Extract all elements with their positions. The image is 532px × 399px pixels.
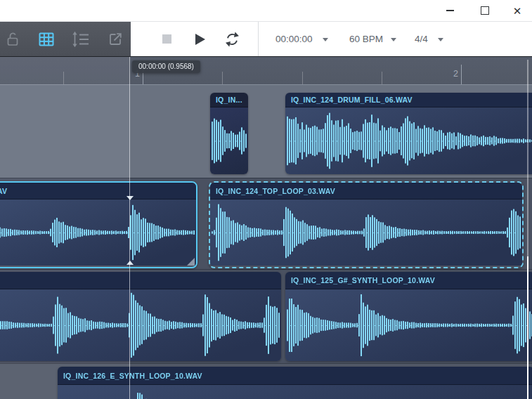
ruler-beat-tick xyxy=(302,72,303,84)
audio-clip[interactable] xyxy=(0,272,281,361)
playhead-cursor[interactable] xyxy=(129,57,130,399)
play-icon xyxy=(195,34,205,45)
clip-name-label: AV xyxy=(0,187,7,195)
row-height-icon xyxy=(72,31,90,48)
audio-clip[interactable]: IQ_INC_125_G#_SYNTH_LOOP_10.WAV xyxy=(285,272,532,361)
time-position-caret-icon[interactable] xyxy=(323,38,328,41)
clip-waveform-area xyxy=(0,200,196,266)
clip-name-label: IQ_INC_124_DRUM_FILL_06.WAV xyxy=(291,96,413,104)
time-position-display[interactable]: 00:00:00 xyxy=(275,22,313,56)
loop-icon xyxy=(223,30,241,48)
ruler-beat-tick xyxy=(382,72,382,84)
clip-resize-corner-handle[interactable] xyxy=(187,258,195,266)
bpm-caret-icon[interactable] xyxy=(391,38,396,41)
toolbar-left-section xyxy=(0,22,131,56)
toolbar-transport-section: 00:00:00 60 BPM 4/4 xyxy=(131,22,532,56)
toolbar: 00:00:00 60 BPM 4/4 xyxy=(0,21,532,58)
waveform-canvas xyxy=(285,289,532,361)
lock-open-icon xyxy=(4,30,21,48)
lock-open-button[interactable] xyxy=(3,22,22,56)
close-icon: ✕ xyxy=(513,6,522,16)
clip-stretch-handle-bottom[interactable] xyxy=(126,261,134,265)
clip-name-label: IQ_IN... xyxy=(216,96,242,104)
waveform-canvas xyxy=(210,107,248,174)
end-marker-line-bright[interactable] xyxy=(527,256,528,399)
minimize-button[interactable] xyxy=(437,0,462,21)
stop-button[interactable] xyxy=(160,22,174,56)
clip-waveform-area xyxy=(0,289,281,361)
audio-clip[interactable]: IQ_INC_124_TOP_LOOP_03.WAV xyxy=(209,181,524,268)
clip-name: IQ_INC_124_TOP_LOOP_03.WAV xyxy=(210,183,522,200)
clip-waveform-area xyxy=(210,107,248,174)
clip-name-label: IQ_INC_125_G#_SYNTH_LOOP_10.WAV xyxy=(291,276,435,284)
ruler-bar-tick xyxy=(461,65,462,84)
clip-name-label: IQ_INC_126_E_SYNTH_LOOP_10.WAV xyxy=(63,372,202,380)
row-height-button[interactable] xyxy=(70,22,91,56)
maximize-icon xyxy=(481,6,489,15)
clip-name: IQ_INC_124_DRUM_FILL_06.WAV xyxy=(285,93,532,107)
clip-name xyxy=(0,272,281,289)
position-tooltip: 00:00:00 (0.9568) xyxy=(132,60,200,73)
waveform-canvas xyxy=(0,200,196,266)
clip-name: IQ_IN... xyxy=(210,93,248,107)
maximize-button[interactable] xyxy=(472,0,498,21)
audio-clip[interactable]: IQ_IN... xyxy=(210,93,248,174)
clip-waveform-area xyxy=(285,107,532,174)
ruler-beat-tick xyxy=(222,72,223,84)
clip-name: AV xyxy=(0,183,196,200)
close-button[interactable]: ✕ xyxy=(505,0,530,21)
clip-waveform-area xyxy=(285,289,532,361)
grid-icon xyxy=(38,31,55,48)
daw-window: ✕ xyxy=(0,0,532,399)
audio-clip[interactable]: AV xyxy=(0,181,197,268)
open-external-icon xyxy=(107,31,124,48)
clip-name-label: IQ_INC_124_TOP_LOOP_03.WAV xyxy=(216,187,335,195)
clip-name: IQ_INC_125_G#_SYNTH_LOOP_10.WAV xyxy=(285,272,532,289)
stop-icon xyxy=(162,34,171,44)
time-signature-display[interactable]: 4/4 xyxy=(415,22,428,56)
bpm-display[interactable]: 60 BPM xyxy=(349,22,383,56)
open-external-button[interactable] xyxy=(105,22,124,56)
title-bar: ✕ xyxy=(0,0,532,21)
end-marker-line[interactable] xyxy=(527,60,528,256)
clip-stretch-handle-top[interactable] xyxy=(126,196,134,200)
minimize-icon xyxy=(446,10,454,11)
ruler-bar-number: 2 xyxy=(447,69,458,79)
waveform-canvas xyxy=(0,289,281,361)
timeline-arrangement[interactable]: 12IQ_IN...IQ_INC_124_DRUM_FILL_06.WAVAVI… xyxy=(0,57,532,399)
toolbar-divider xyxy=(258,22,259,56)
audio-clip[interactable]: IQ_INC_124_DRUM_FILL_06.WAV xyxy=(285,93,532,174)
play-button[interactable] xyxy=(193,22,207,56)
clip-waveform-area xyxy=(210,200,522,266)
waveform-canvas xyxy=(285,107,532,174)
waveform-canvas xyxy=(210,200,522,266)
loop-button[interactable] xyxy=(222,22,242,56)
grid-snap-button[interactable] xyxy=(36,22,57,56)
time-signature-caret-icon[interactable] xyxy=(438,38,443,41)
